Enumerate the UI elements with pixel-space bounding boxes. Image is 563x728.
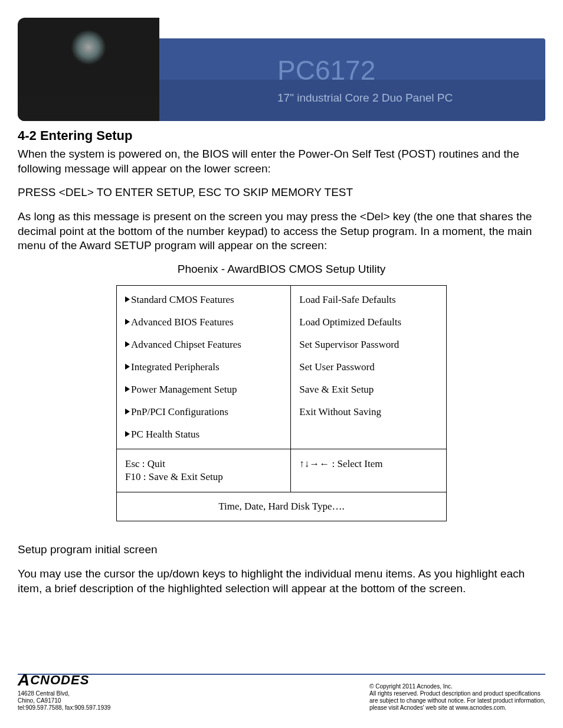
menu-item: Advanced Chipset Features (125, 339, 282, 351)
copyright-line: please visit Acnodes' web site at www.ac… (369, 704, 545, 711)
menu-item: Load Fail-Safe Defaults (299, 294, 438, 306)
paragraph: When the system is powered on, the BIOS … (18, 147, 545, 176)
copyright-line: are subject to change without notice. Fo… (369, 697, 545, 704)
menu-item: Save & Exit Setup (299, 384, 438, 396)
page-content: 4-2 Entering Setup When the system is po… (18, 128, 545, 596)
triangle-icon (125, 409, 130, 414)
section-heading: 4-2 Entering Setup (18, 128, 545, 143)
menu-label: Exit Without Saving (299, 406, 381, 417)
menu-label: Save & Exit Setup (299, 384, 374, 395)
menu-item: Power Management Setup (125, 384, 282, 396)
menu-item: Integrated Peripherals (125, 361, 282, 373)
paragraph: PRESS <DEL> TO ENTER SETUP, ESC TO SKIP … (18, 185, 545, 200)
copyright-line: All rights reserved. Product description… (369, 690, 545, 697)
paragraph: As long as this message is present on th… (18, 210, 545, 253)
banner-photo (18, 18, 159, 121)
banner-background: PC6172 17" industrial Core 2 Duo Panel P… (159, 38, 545, 121)
triangle-icon (125, 386, 130, 392)
triangle-icon (125, 431, 130, 437)
footer-address: 14628 Central Blvd, (18, 690, 110, 697)
menu-label: Standard CMOS Features (131, 294, 234, 305)
footer-left: ACNODES 14628 Central Blvd, Chino, CA917… (18, 670, 110, 711)
menu-label: Set Supervisor Password (299, 339, 399, 350)
header-banner: PC6172 17" industrial Core 2 Duo Panel P… (18, 18, 545, 121)
footer-address: Chino, CA91710 (18, 697, 110, 704)
menu-label: PnP/PCI Configurations (131, 406, 228, 417)
menu-label: Load Optimized Defaults (299, 316, 401, 328)
menu-item: Standard CMOS Features (125, 294, 282, 306)
footer-contact: tel:909.597.7588, fax:909.597.1939 (18, 704, 110, 711)
paragraph: You may use the cursor the up/down keys … (18, 567, 545, 596)
product-title: PC6172 (277, 54, 375, 86)
menu-item: PnP/PCI Configurations (125, 406, 282, 418)
acnodes-logo: ACNODES (18, 670, 110, 690)
nav-left: Esc : Quit F10 : Save & Exit Setup (117, 449, 291, 492)
menu-item: Set User Password (299, 361, 438, 373)
menu-label: Advanced BIOS Features (131, 316, 234, 328)
menu-label: Integrated Peripherals (131, 361, 220, 373)
triangle-icon (125, 364, 130, 370)
bios-menu-table: Standard CMOS Features Advanced BIOS Fea… (116, 285, 447, 521)
menu-item: PC Health Status (125, 429, 282, 440)
bios-left-column: Standard CMOS Features Advanced BIOS Fea… (117, 286, 291, 449)
triangle-icon (125, 319, 130, 325)
menu-label: PC Health Status (131, 429, 199, 440)
menu-label: Advanced Chipset Features (131, 339, 241, 350)
hint-text: Time, Date, Hard Disk Type…. (117, 492, 447, 521)
nav-right: ↑↓→← : Select Item (291, 449, 447, 492)
page-footer: ACNODES 14628 Central Blvd, Chino, CA917… (18, 670, 545, 711)
menu-item: Load Optimized Defaults (299, 316, 438, 328)
triangle-icon (125, 296, 130, 302)
menu-item: Advanced BIOS Features (125, 316, 282, 328)
menu-label: Set User Password (299, 361, 375, 373)
menu-item: Set Supervisor Password (299, 339, 438, 351)
product-subtitle: 17" industrial Core 2 Duo Panel PC (277, 92, 453, 105)
menu-label: Power Management Setup (131, 384, 237, 395)
menu-item: Exit Without Saving (299, 406, 438, 418)
bios-utility-title: Phoenix - AwardBIOS CMOS Setup Utility (18, 263, 545, 276)
triangle-icon (125, 341, 130, 347)
bios-right-column: Load Fail-Safe Defaults Load Optimized D… (291, 286, 447, 449)
menu-label: Load Fail-Safe Defaults (299, 294, 395, 305)
paragraph: Setup program initial screen (18, 543, 545, 557)
footer-right: © Copyright 2011 Acnodes, Inc. All right… (369, 683, 545, 711)
copyright-line: © Copyright 2011 Acnodes, Inc. (369, 683, 545, 690)
